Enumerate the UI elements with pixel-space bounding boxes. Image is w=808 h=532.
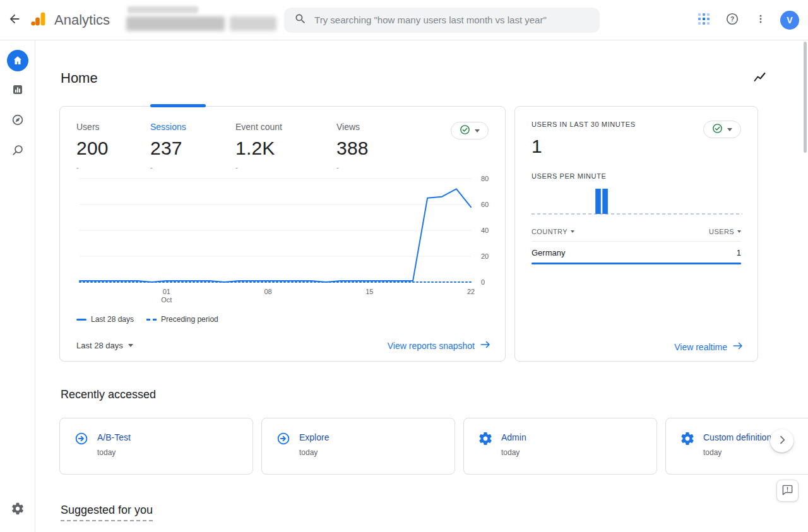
chevron-down-icon: [475, 129, 480, 133]
metric-value: 237: [150, 138, 235, 159]
date-range-selector[interactable]: Last 28 days: [76, 341, 133, 350]
overview-card: Users 200 - Sessions 237 - Event count 1…: [59, 106, 506, 362]
sidebar-item-explore[interactable]: [0, 106, 35, 136]
vertical-scrollbar[interactable]: [804, 42, 807, 153]
users-per-minute-label: USERS PER MINUTE: [532, 172, 741, 180]
metric-delta: -: [150, 163, 235, 171]
metrics-row: Users 200 - Sessions 237 - Event count 1…: [76, 122, 489, 171]
realtime-card: USERS IN LAST 30 MINUTES 1 USERS PER MIN…: [514, 106, 758, 362]
help-button[interactable]: ?: [720, 8, 745, 33]
svg-text:Oct: Oct: [161, 296, 172, 304]
data-quality-dropdown[interactable]: [703, 121, 741, 138]
back-arrow-icon: [8, 12, 21, 28]
search-bar[interactable]: [284, 8, 600, 33]
svg-text:?: ?: [730, 16, 734, 23]
explore-icon: [276, 431, 291, 474]
metric-value: 388: [336, 138, 410, 159]
legend-label: Last 28 days: [91, 315, 134, 324]
realtime-users-count: 1: [532, 136, 741, 157]
metric-users[interactable]: Users 200 -: [76, 122, 150, 171]
sessions-trend-chart: 02040608001Oct081522: [76, 172, 492, 309]
kebab-menu-icon: [755, 13, 766, 27]
redacted-text-block: [126, 16, 225, 31]
column-label: USERS: [709, 228, 734, 235]
users-cell: 1: [737, 248, 741, 257]
legend-last-28-days: Last 28 days: [76, 315, 134, 324]
svg-text:01: 01: [163, 288, 170, 295]
user-avatar[interactable]: V: [780, 11, 799, 30]
svg-text:22: 22: [467, 288, 475, 295]
page-title: Home: [61, 70, 98, 86]
redacted-text-block: [230, 16, 276, 31]
data-quality-dropdown[interactable]: [451, 122, 489, 139]
topbar-actions: ? V: [691, 8, 799, 33]
country-column-header[interactable]: COUNTRY: [532, 228, 574, 235]
arrow-right-icon: [732, 341, 744, 352]
svg-text:60: 60: [481, 201, 489, 208]
recently-accessed-title: Recently accessed: [61, 388, 808, 401]
view-realtime-link[interactable]: View realtime: [674, 341, 744, 352]
metric-delta: -: [235, 163, 336, 171]
solid-line-swatch-icon: [76, 319, 86, 321]
sidebar-item-home[interactable]: [0, 45, 35, 76]
svg-text:80: 80: [481, 175, 489, 182]
search-input[interactable]: [314, 15, 590, 25]
realtime-table-header: COUNTRY USERS: [532, 228, 741, 242]
chevron-right-icon: [776, 434, 788, 448]
gear-icon: [11, 502, 25, 518]
sidebar-item-reports[interactable]: [0, 76, 35, 106]
column-label: COUNTRY: [532, 228, 567, 235]
metric-label: Users: [76, 122, 150, 132]
recent-card-admin[interactable]: Admin today: [463, 418, 657, 475]
analytics-logo[interactable]: Analytics: [30, 11, 110, 30]
sidebar-item-admin[interactable]: [0, 502, 35, 518]
legend-preceding-period: Preceding period: [146, 315, 218, 324]
date-range-label: Last 28 days: [76, 341, 123, 350]
svg-text:15: 15: [365, 288, 373, 295]
sort-caret-icon: [737, 230, 741, 233]
sidebar-item-advertising[interactable]: [0, 136, 35, 167]
metric-sessions[interactable]: Sessions 237 -: [150, 122, 235, 171]
users-column-header[interactable]: USERS: [709, 228, 741, 235]
recent-card-ab-test[interactable]: A/B-Test today: [59, 418, 253, 475]
explore-icon: [11, 114, 24, 129]
recently-accessed-row: A/B-Test today Explore today Admin today: [59, 418, 808, 475]
app-name: Analytics: [54, 12, 110, 28]
left-navigation: [0, 40, 35, 532]
metric-label: Views: [336, 122, 410, 132]
insights-button[interactable]: [749, 67, 771, 90]
recent-card-label: Admin: [501, 432, 526, 442]
main-content: Home Users 200 - Sessions 237 -: [35, 40, 808, 532]
sort-caret-icon: [571, 230, 574, 233]
recent-card-time: today: [501, 448, 526, 457]
metric-event-count[interactable]: Event count 1.2K -: [235, 122, 336, 171]
svg-text:0: 0: [481, 278, 485, 286]
arrow-right-icon: [480, 340, 491, 351]
apps-grid-button[interactable]: [691, 8, 716, 33]
account-property-selector-redacted[interactable]: [126, 6, 278, 34]
recent-card-label: A/B-Test: [97, 432, 131, 442]
more-options-button[interactable]: [748, 8, 773, 33]
svg-text:08: 08: [264, 288, 271, 295]
search-icon: [294, 13, 307, 28]
check-circle-icon: [712, 123, 723, 136]
metric-views[interactable]: Views 388 -: [336, 122, 410, 171]
users-per-minute-chart: [532, 185, 741, 218]
back-button[interactable]: [3, 8, 27, 32]
metric-delta: -: [76, 163, 150, 171]
link-label: View reports snapshot: [388, 341, 475, 351]
feedback-button[interactable]: [776, 480, 799, 502]
recent-card-time: today: [703, 448, 776, 457]
country-share-bar: [532, 263, 741, 264]
redacted-text-block: [128, 6, 198, 13]
metric-label: Event count: [235, 122, 336, 132]
top-app-bar: Analytics ?: [0, 0, 808, 40]
recent-card-explore[interactable]: Explore today: [261, 418, 455, 475]
view-reports-snapshot-link[interactable]: View reports snapshot: [388, 340, 491, 351]
scroll-right-button[interactable]: [770, 429, 793, 452]
feedback-bubble-icon: [781, 484, 793, 498]
svg-text:40: 40: [481, 227, 489, 234]
chevron-down-icon: [128, 344, 133, 347]
recent-card-label: Custom definitions: [703, 432, 776, 442]
selected-metric-indicator: [150, 104, 206, 107]
